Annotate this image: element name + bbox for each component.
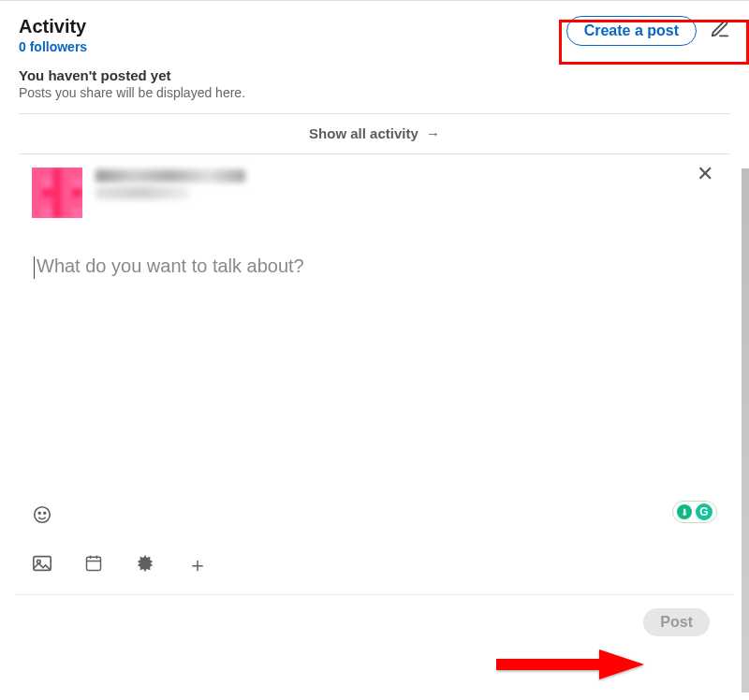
- svg-rect-5: [87, 557, 101, 570]
- arrow-right-icon: →: [426, 125, 440, 141]
- author-sub-redacted: [95, 186, 189, 199]
- create-post-button[interactable]: Create a post: [566, 16, 697, 46]
- compose-area: ✕ What do you want to talk about? ⬇ G: [7, 154, 742, 594]
- compose-modal: ✕ What do you want to talk about?: [7, 154, 742, 279]
- attach-row: ＋: [32, 538, 717, 594]
- calendar-icon[interactable]: [84, 554, 103, 576]
- svg-marker-12: [496, 649, 644, 679]
- emoji-icon[interactable]: [32, 512, 52, 528]
- post-button[interactable]: Post: [643, 608, 710, 636]
- avatar: [32, 168, 82, 218]
- activity-header: Activity 0 followers Create a post: [19, 16, 730, 54]
- svg-point-1: [38, 512, 40, 514]
- compose-toolbar: ＋: [7, 495, 742, 594]
- compose-author-header: [32, 168, 717, 218]
- activity-title: Activity: [19, 16, 87, 37]
- activity-card: Activity 0 followers Create a post You h…: [0, 0, 749, 154]
- activity-followers-link[interactable]: 0 followers: [19, 39, 87, 54]
- svg-point-2: [44, 512, 46, 514]
- show-all-label: Show all activity: [309, 125, 419, 141]
- text-caret: [34, 256, 35, 279]
- author-name-redacted: [95, 169, 245, 182]
- plus-icon[interactable]: ＋: [187, 551, 208, 579]
- activity-empty-state: You haven't posted yet Posts you share w…: [19, 67, 730, 100]
- author-name-block: [95, 169, 245, 199]
- annotation-arrow: [496, 646, 646, 683]
- scrollbar[interactable]: [742, 168, 749, 693]
- compose-footer: Post: [15, 594, 734, 649]
- empty-subtitle: Posts you share will be displayed here.: [19, 85, 730, 100]
- edit-icon[interactable]: [710, 19, 730, 43]
- compose-placeholder-text: What do you want to talk about?: [37, 255, 304, 276]
- compose-wrap: ✕ What do you want to talk about? ⬇ G: [0, 154, 749, 649]
- empty-title: You haven't posted yet: [19, 67, 730, 83]
- activity-actions: Create a post: [566, 16, 730, 46]
- show-all-bar: Show all activity →: [19, 113, 730, 154]
- show-all-activity-link[interactable]: Show all activity →: [309, 125, 440, 141]
- image-icon[interactable]: [32, 554, 52, 576]
- svg-point-0: [35, 507, 51, 523]
- close-icon[interactable]: ✕: [697, 162, 713, 186]
- starburst-icon[interactable]: [135, 553, 155, 577]
- activity-title-block: Activity 0 followers: [19, 16, 87, 54]
- compose-input[interactable]: What do you want to talk about?: [32, 255, 717, 279]
- compose-placeholder: What do you want to talk about?: [32, 255, 717, 279]
- emoji-row: [32, 495, 717, 538]
